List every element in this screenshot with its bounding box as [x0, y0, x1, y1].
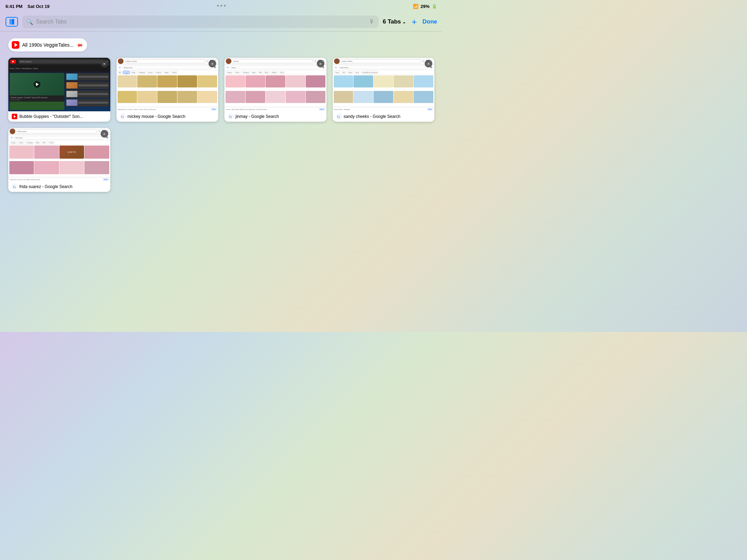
- cougar-icon3: 🐾: [334, 58, 340, 64]
- done-button[interactable]: Done: [423, 18, 437, 25]
- pinned-tab[interactable]: All 1990s VeggieTales... 📌: [8, 38, 87, 52]
- tab-thumbnail-frida-suarez: 🐾 frida suarez × ↻ ⋮ G frida suarez 🎙 Im…: [8, 128, 110, 181]
- cougar-icon: 🐾: [118, 58, 123, 64]
- tab-thumbnail-jinmay: 🐾 jinmay × ↻ ⋮ G jinmay 🎙 Images Vide: [224, 58, 326, 111]
- cougar-icon4: 🐾: [10, 129, 15, 134]
- tab-title-sandy-cheeks: sandy cheeks - Google Search: [344, 114, 400, 119]
- tab-card-sandy-cheeks[interactable]: 🐾 sandy cheeks × ↻ ⋮ G sandy cheeks 🎙 Ta…: [333, 58, 435, 122]
- sidebar-toggle-icon: [10, 19, 14, 25]
- pinned-tab-title: All 1990s VeggieTales...: [22, 42, 74, 48]
- close-tab-button[interactable]: ×: [101, 130, 108, 138]
- tab-label-bubble-guppies: Bubble Guppies - "Outside!" Son...: [8, 111, 110, 122]
- battery-level: 29%: [421, 4, 430, 9]
- status-right: 📶 29% 🔋: [413, 4, 437, 9]
- google-favicon: G: [120, 114, 126, 119]
- search-bar[interactable]: 🔍 Search Tabs 🎙: [22, 16, 379, 28]
- tab-card-frida-suarez[interactable]: 🐾 frida suarez × ↻ ⋮ G frida suarez 🎙 Im…: [8, 128, 110, 192]
- tab-title-frida-suarez: frida suarez - Google Search: [19, 184, 72, 189]
- close-tab-button[interactable]: ×: [317, 60, 324, 67]
- toolbar: 🔍 Search Tabs 🎙 6 Tabs ⌄ + Done: [0, 12, 443, 31]
- tab-card-bubble-guppies[interactable]: bubble guppies ⚙ Home Shorts Subscriptio…: [8, 58, 110, 122]
- search-placeholder: Search Tabs: [36, 19, 366, 25]
- status-date: Sat Oct 19: [28, 4, 50, 9]
- google-favicon-sandy: G: [336, 114, 342, 119]
- tabs-grid-row1: bubble guppies ⚙ Home Shorts Subscriptio…: [8, 58, 434, 122]
- youtube-favicon-small: [12, 114, 17, 119]
- wifi-icon: 📶: [413, 4, 418, 9]
- tab-title-jinmay: jinmay - Google Search: [236, 114, 279, 119]
- cougar-icon2: 🐾: [226, 58, 231, 64]
- tab-card-jinmay[interactable]: 🐾 jinmay × ↻ ⋮ G jinmay 🎙 Images Vide: [224, 58, 326, 122]
- sidebar-toggle-button[interactable]: [6, 17, 18, 27]
- google-favicon-frida: G: [12, 184, 17, 189]
- tab-thumbnail-mickey-mouse: 🐾 mickey mouse × ↻ ⋮ G mickey mouse 🎙 Al…: [117, 58, 219, 111]
- tab-label-sandy-cheeks: G sandy cheeks - Google Search: [333, 111, 435, 122]
- tab-label-frida-suarez: G frida suarez - Google Search: [8, 181, 110, 192]
- dots-menu[interactable]: [217, 5, 226, 7]
- tab-label-jinmay: G jinmay - Google Search: [224, 111, 326, 122]
- main-content: All 1990s VeggieTales... 📌 bubble guppie…: [0, 31, 443, 199]
- status-time: 6:41 PM: [6, 4, 22, 9]
- tabs-count-button[interactable]: 6 Tabs ⌄: [383, 18, 406, 25]
- tab-thumbnail-bubble-guppies: bubble guppies ⚙ Home Shorts Subscriptio…: [8, 58, 110, 111]
- tab-label-mickey-mouse: G mickey mouse - Google Search: [117, 111, 219, 122]
- tab-title-bubble-guppies: Bubble Guppies - "Outside!" Son...: [19, 114, 83, 119]
- microphone-icon[interactable]: 🎙: [369, 19, 375, 25]
- close-tab-button[interactable]: ×: [209, 60, 216, 67]
- tab-title-mickey-mouse: mickey mouse - Google Search: [128, 114, 185, 119]
- tab-card-mickey-mouse[interactable]: 🐾 mickey mouse × ↻ ⋮ G mickey mouse 🎙 Al…: [117, 58, 219, 122]
- pin-icon: 📌: [75, 41, 83, 49]
- search-icon: 🔍: [26, 19, 33, 25]
- battery-icon: 🔋: [432, 4, 437, 9]
- tabs-count-label: 6 Tabs: [383, 18, 401, 25]
- status-time-date: 6:41 PM Sat Oct 19: [6, 4, 49, 9]
- close-tab-button[interactable]: ×: [101, 60, 108, 67]
- google-favicon-jinmay: G: [228, 114, 233, 119]
- toolbar-right: 6 Tabs ⌄ + Done: [383, 17, 437, 26]
- tabs-grid-row2: 🐾 frida suarez × ↻ ⋮ G frida suarez 🎙 Im…: [8, 128, 434, 192]
- tab-thumbnail-sandy-cheeks: 🐾 sandy cheeks × ↻ ⋮ G sandy cheeks 🎙 Ta…: [333, 58, 435, 111]
- close-tab-button[interactable]: ×: [425, 60, 432, 67]
- youtube-favicon: [12, 41, 19, 49]
- add-tab-button[interactable]: +: [412, 17, 417, 26]
- chevron-down-icon: ⌄: [402, 19, 406, 25]
